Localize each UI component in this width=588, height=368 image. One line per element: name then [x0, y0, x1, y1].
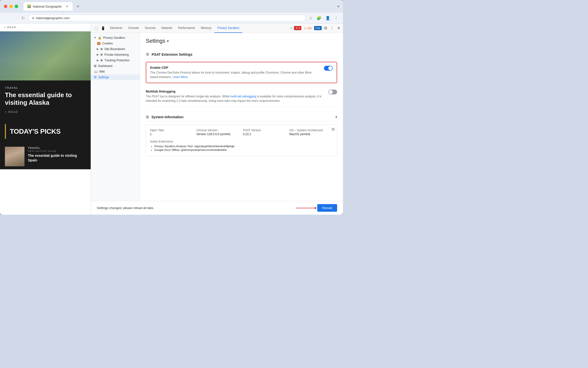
toggle-knob: [329, 90, 333, 94]
dashboard-icon: ⊞: [94, 64, 97, 68]
card-destination-label: DESTINATION GUIDE: [28, 150, 86, 152]
maximize-button[interactable]: [15, 5, 18, 8]
psat-icon: ⚙: [146, 52, 149, 57]
cdp-label: Enable CDP: [150, 66, 319, 69]
sidebar-item-label: Settings: [98, 76, 109, 79]
page-title: Settings ▾: [146, 38, 337, 44]
psat-section-title: PSAT Extension Settings: [152, 53, 192, 56]
address-bar[interactable]: ⊕ nationalgeographic.com: [28, 15, 306, 21]
sidebar-item-tracking-protection[interactable]: ▶ ⊕ Tracking Protection: [91, 57, 140, 63]
error-badge[interactable]: ✕ 4: [294, 26, 301, 30]
multitab-link[interactable]: multi-tab debugging: [230, 95, 256, 98]
tab-sources[interactable]: Sources: [142, 24, 159, 33]
nav-icons: ☆ 🧩 👤 ⋮: [308, 15, 339, 21]
picks-title: TODAY'S PICKS: [10, 128, 61, 135]
system-info-grid: Open Tabs 1 Chrome Version Version 128.0…: [150, 129, 333, 136]
info-icon: ℹ: [316, 26, 317, 30]
traffic-lights: [4, 5, 18, 8]
psat-version-value: 0.10.1: [243, 132, 287, 136]
window-chevron-icon[interactable]: ▾: [337, 4, 339, 8]
close-button[interactable]: [4, 5, 7, 8]
tab-memory[interactable]: Memory: [198, 24, 214, 33]
sidebar-item-wiki[interactable]: 📖 Wiki: [91, 69, 140, 74]
sidebar-item-settings[interactable]: ⚙ Settings: [91, 74, 140, 80]
copy-icon[interactable]: ⧉: [332, 127, 334, 131]
wiki-icon: 📖: [94, 70, 98, 73]
extension-item: Google Docs Offline: ghbmnnjooekpmoecnnn…: [154, 148, 333, 151]
picks-accent-bar: [5, 124, 6, 139]
read-icon: ≡: [5, 110, 7, 113]
forward-button[interactable]: →: [12, 15, 18, 21]
new-tab-button[interactable]: +: [74, 3, 81, 10]
tab-title: National Geographic: [33, 5, 62, 8]
tab-console[interactable]: Console: [125, 24, 142, 33]
refresh-button[interactable]: ↻: [21, 15, 26, 21]
warning-badge[interactable]: ⚠ 103: [303, 26, 312, 30]
spain-article-card[interactable]: TRAVEL DESTINATION GUIDE The essential g…: [0, 144, 91, 169]
tab-performance[interactable]: Performance: [175, 24, 198, 33]
sidebar-item-private-advertising[interactable]: ▶ ⊕ Private Advertising: [91, 52, 140, 57]
tab-network[interactable]: Network: [159, 24, 175, 33]
devtools-more-icon[interactable]: ⋮: [330, 25, 335, 31]
image-overlay: [0, 31, 91, 80]
devtools-settings-icon[interactable]: ⚙: [323, 25, 328, 31]
warning-icon: ⚠: [304, 26, 306, 30]
sidebar-item-cookies[interactable]: 🍪 Cookies: [91, 40, 140, 46]
section-collapse-icon[interactable]: ▾: [335, 115, 337, 119]
tab-close-button[interactable]: ✕: [66, 4, 69, 8]
active-extensions-label: Active Extensions: [150, 140, 333, 143]
multitab-toggle[interactable]: [328, 90, 337, 94]
cdp-info: Enable CDP The Chrome DevTools Protocol …: [150, 66, 319, 79]
open-tabs-item: Open Tabs 1: [150, 129, 194, 136]
article-hero-image: [0, 31, 91, 80]
tree-arrow-icon: ▼: [94, 36, 96, 39]
reload-button[interactable]: Reload: [317, 204, 337, 212]
sidebar-item-label: Cookies: [102, 42, 113, 45]
system-info-card: ⧉ Open Tabs 1 Chrome Version Version 128…: [146, 124, 337, 156]
devtools-panel: ⬚ 📱 Elements Console Sources Network Per…: [91, 24, 343, 215]
sidebar-item-label: Tracking Protection: [104, 59, 130, 62]
menu-icon[interactable]: ⋮: [333, 15, 339, 21]
system-info-section: ⊞ System Information ▾ ⧉ Open Tabs 1: [146, 112, 337, 156]
sidebar-item-site-boundaries[interactable]: ▶ ⊕ Site Boundaries: [91, 46, 140, 52]
system-info-title: System Information: [151, 115, 184, 119]
devtools-toolbar: ⬚ 📱 Elements Console Sources Network Per…: [91, 24, 343, 33]
sidebar-item-dashboard[interactable]: ⊞ Dashboard: [91, 63, 140, 69]
learn-more-link[interactable]: Learn More.: [172, 75, 188, 79]
article-title: The essential guide to visiting Alaska: [5, 91, 86, 106]
bookmark-icon[interactable]: ☆: [308, 15, 314, 21]
read-button[interactable]: ≡ READ: [5, 110, 86, 113]
minimize-button[interactable]: [9, 5, 13, 8]
sidebar-item-privacy-sandbox[interactable]: ▼ 🔒 Privacy Sandbox: [91, 35, 140, 40]
warning-count: 103: [307, 27, 311, 30]
enable-cdp-setting: Enable CDP The Chrome DevTools Protocol …: [146, 62, 337, 83]
error-icon: ✕: [295, 26, 298, 30]
tab-privacy-sandbox[interactable]: Privacy Sandbox: [214, 24, 242, 33]
back-button[interactable]: ←: [4, 15, 10, 21]
browser-tab[interactable]: National Geographic ✕: [24, 2, 73, 11]
more-tabs-button[interactable]: »: [289, 24, 294, 33]
arrow-line: [296, 208, 315, 208]
website-panel: ≡ READ TRAVEL The essential guide to vis…: [0, 24, 91, 215]
chrome-version-label: Chrome Version: [196, 129, 240, 132]
info-badge[interactable]: ℹ 94: [314, 26, 322, 30]
devtools-tabs: Elements Console Sources Network Perform…: [107, 24, 289, 33]
settings-chevron-icon[interactable]: ▾: [167, 39, 169, 43]
devtools-right-icons: ✕ 4 ⚠ 103 ℹ 94 ⚙ ⋮ ✕: [294, 25, 341, 31]
sidebar-item-label: Private Advertising: [104, 53, 129, 56]
alaska-article: TRAVEL The essential guide to visiting A…: [0, 80, 91, 119]
tab-elements[interactable]: Elements: [107, 24, 125, 33]
profile-icon[interactable]: 👤: [324, 15, 331, 21]
device-icon[interactable]: 📱: [100, 25, 106, 31]
menu-icon: ≡: [4, 26, 6, 29]
inspect-icon[interactable]: ⬚: [93, 25, 99, 31]
devtools-close-icon[interactable]: ✕: [336, 25, 341, 31]
devtools-content: Settings ▾ ⚙ PSAT Extension Settings Ena…: [140, 33, 343, 201]
extensions-icon[interactable]: 🧩: [316, 15, 322, 21]
devtools-body: ▼ 🔒 Privacy Sandbox 🍪 Cookies ▶ ⊕ Site B…: [91, 33, 343, 201]
cdp-toggle[interactable]: [324, 66, 333, 71]
tab-bar: National Geographic ✕ +: [24, 2, 81, 11]
card-travel-label: TRAVEL: [28, 147, 86, 149]
site-boundaries-icon: ⊕: [100, 47, 103, 51]
url-text: nationalgeographic.com: [36, 16, 70, 20]
